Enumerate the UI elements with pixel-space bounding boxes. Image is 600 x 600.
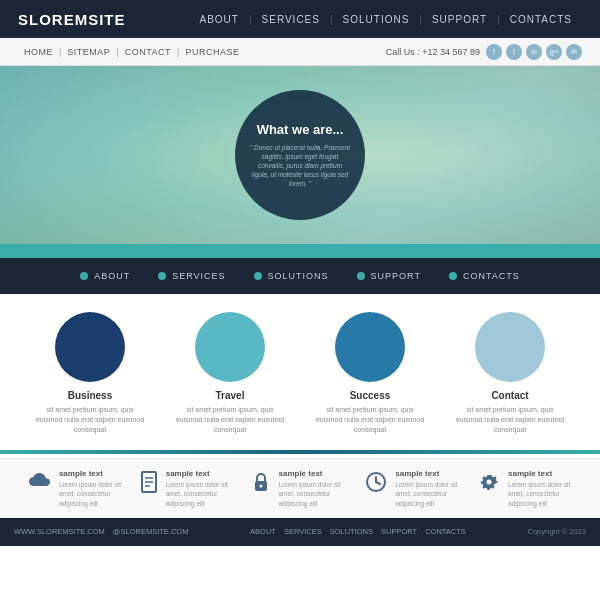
bottom-icon-lock: sample text Lorem ipsum dolor sit amet, …: [252, 469, 347, 507]
gear-text: Lorem ipsum dolor sit amet, consectetur …: [508, 480, 573, 507]
nav-dot-solutions: [254, 272, 262, 280]
nav-dot-about: [80, 272, 88, 280]
bottom-icon-cloud: sample text Lorem ipsum dolor sit amet, …: [27, 469, 122, 507]
main-nav-services[interactable]: SERVICES: [144, 271, 239, 281]
blue-line: [0, 450, 600, 454]
nav-dot-contacts: [449, 272, 457, 280]
feature-title-contact: Contact: [491, 390, 528, 401]
feature-title-success: Success: [350, 390, 391, 401]
hero-quote: " Donec ut placerat nulla. Praesent sagi…: [249, 143, 351, 188]
lock-icon: [252, 471, 270, 498]
svg-point-9: [487, 480, 492, 485]
feature-title-business: Business: [68, 390, 112, 401]
footer-nav-support[interactable]: SUPPORT: [381, 527, 417, 536]
top-header: SLOREMSITE ABOUT | SERVICES | SOLUTIONS …: [0, 0, 600, 38]
feature-text-success: sit amet pretium ipsum, quis euismod nul…: [315, 405, 425, 434]
nav-about[interactable]: ABOUT: [189, 14, 248, 25]
nav-solutions[interactable]: SOLUTIONS: [333, 14, 420, 25]
feature-success: Success sit amet pretium ipsum, quis eui…: [315, 312, 425, 434]
footer-nav-services[interactable]: SERVICES: [284, 527, 322, 536]
lock-title: sample text: [278, 469, 347, 478]
bottom-icons-section: sample text Lorem ipsum dolor sit amet, …: [0, 458, 600, 517]
svg-point-5: [260, 485, 263, 488]
main-nav: ABOUT SERVICES SOLUTIONS SUPPORT CONTACT…: [0, 258, 600, 294]
cloud-icon: [27, 471, 51, 494]
feature-circle-travel: [195, 312, 265, 382]
sec-nav-purchase[interactable]: PURCHASE: [179, 47, 245, 57]
main-nav-contacts[interactable]: CONTACTS: [435, 271, 534, 281]
lock-text: Lorem ipsum dolor sit amet, consectetur …: [278, 480, 347, 507]
feature-circle-contact: [475, 312, 545, 382]
footer: WWW.SLOREMSITE.COM @SLOREMSITE.COM ABOUT…: [0, 518, 600, 546]
nav-dot-support: [357, 272, 365, 280]
social-icon-5[interactable]: ✉: [566, 44, 582, 60]
gear-title: sample text: [508, 469, 573, 478]
social-icon-3[interactable]: in: [526, 44, 542, 60]
footer-copyright: Copyright © 2013: [528, 527, 586, 536]
clock-text: Lorem ipsum dolor sit amet, consectetur …: [395, 480, 460, 507]
footer-nav-about[interactable]: ABOUT: [250, 527, 276, 536]
clock-title: sample text: [395, 469, 460, 478]
cloud-title: sample text: [59, 469, 122, 478]
bottom-icon-clock: sample text Lorem ipsum dolor sit amet, …: [365, 469, 460, 507]
teal-band: [0, 244, 600, 258]
feature-business: Business sit amet pretium ipsum, quis eu…: [35, 312, 145, 434]
footer-nav-solutions[interactable]: SOLUTIONS: [330, 527, 373, 536]
svg-line-8: [376, 482, 380, 484]
sec-nav-home[interactable]: HOME: [18, 47, 59, 57]
nav-dot-services: [158, 272, 166, 280]
document-icon: [140, 471, 158, 498]
cloud-text: Lorem ipsum dolor sit amet, consectetur …: [59, 480, 122, 507]
bottom-icon-document: sample text Lorem ipsum dolor sit amet, …: [140, 469, 235, 507]
social-icons: f t in g+ ✉: [486, 44, 582, 60]
document-title: sample text: [166, 469, 235, 478]
feature-contact: Contact sit amet pretium ipsum, quis eui…: [455, 312, 565, 434]
feature-text-travel: sit amet pretium ipsum, quis euismod nul…: [175, 405, 285, 434]
feature-title-travel: Travel: [216, 390, 245, 401]
nav-services[interactable]: SERVICES: [252, 14, 330, 25]
sec-nav-contact[interactable]: CONTACT: [119, 47, 177, 57]
bottom-icon-gear: sample text Lorem ipsum dolor sit amet, …: [478, 469, 573, 507]
main-nav-solutions[interactable]: SOLUTIONS: [240, 271, 343, 281]
nav-contacts[interactable]: CONTACTS: [500, 14, 582, 25]
sec-nav-sitemap[interactable]: SITEMAP: [61, 47, 116, 57]
feature-circle-business: [55, 312, 125, 382]
sec-nav-right: Call Us : +12 34 567 89 f t in g+ ✉: [386, 44, 582, 60]
social-icon-2[interactable]: t: [506, 44, 522, 60]
footer-link-social[interactable]: @SLOREMSITE.COM: [113, 527, 189, 536]
clock-icon: [365, 471, 387, 498]
footer-link-www[interactable]: WWW.SLOREMSITE.COM: [14, 527, 105, 536]
secondary-nav: HOME | SITEMAP | CONTACT | PURCHASE Call…: [0, 38, 600, 66]
nav-support[interactable]: SUPPORT: [422, 14, 497, 25]
footer-nav: ABOUT SERVICES SOLUTIONS SUPPORT CONTACT…: [250, 527, 466, 536]
sec-nav-left: HOME | SITEMAP | CONTACT | PURCHASE: [18, 47, 245, 57]
feature-text-contact: sit amet pretium ipsum, quis euismod nul…: [455, 405, 565, 434]
features-section: Business sit amet pretium ipsum, quis eu…: [0, 294, 600, 446]
hero-section: What we are... " Donec ut placerat nulla…: [0, 66, 600, 244]
feature-text-business: sit amet pretium ipsum, quis euismod nul…: [35, 405, 145, 434]
logo: SLOREMSITE: [18, 11, 126, 28]
social-icon-4[interactable]: g+: [546, 44, 562, 60]
call-us-text: Call Us : +12 34 567 89: [386, 47, 480, 57]
main-nav-about[interactable]: ABOUT: [66, 271, 144, 281]
main-nav-support[interactable]: SUPPORT: [343, 271, 435, 281]
footer-left: WWW.SLOREMSITE.COM @SLOREMSITE.COM: [14, 527, 188, 536]
gear-icon: [478, 471, 500, 498]
top-nav: ABOUT | SERVICES | SOLUTIONS | SUPPORT |…: [189, 14, 582, 25]
document-text: Lorem ipsum dolor sit amet, consectetur …: [166, 480, 235, 507]
footer-nav-contacts[interactable]: CONTACTS: [425, 527, 466, 536]
hero-circle: What we are... " Donec ut placerat nulla…: [235, 90, 365, 220]
social-icon-1[interactable]: f: [486, 44, 502, 60]
feature-travel: Travel sit amet pretium ipsum, quis euis…: [175, 312, 285, 434]
hero-title: What we are...: [257, 122, 344, 137]
feature-circle-success: [335, 312, 405, 382]
